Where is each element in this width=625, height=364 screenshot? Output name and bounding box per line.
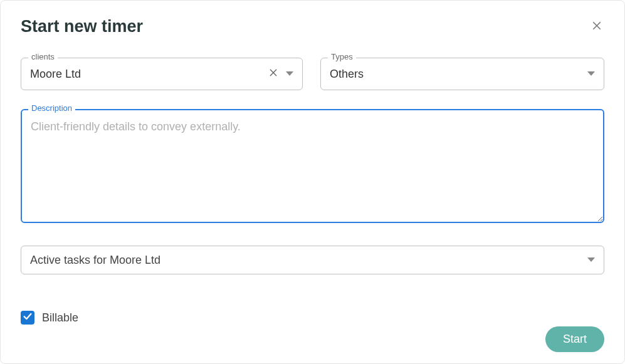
types-value: Others — [330, 68, 364, 81]
tasks-value: Active tasks for Moore Ltd — [30, 254, 160, 267]
clear-clients-button[interactable] — [268, 68, 278, 81]
close-button[interactable] — [589, 19, 604, 34]
chevron-down-icon — [587, 71, 595, 76]
billable-checkbox[interactable] — [21, 311, 34, 325]
fields-row: clients Moore Ltd Types Others — [21, 58, 604, 90]
types-select[interactable]: Others — [320, 58, 604, 90]
close-icon — [591, 20, 602, 34]
clients-select-icons — [268, 68, 293, 81]
modal-footer: Start — [545, 326, 604, 352]
clients-select[interactable]: Moore Ltd — [21, 58, 303, 90]
clients-field: clients Moore Ltd — [21, 58, 303, 90]
billable-label: Billable — [42, 311, 78, 325]
clients-value: Moore Ltd — [30, 68, 81, 81]
modal-title: Start new timer — [21, 17, 143, 36]
clients-label: clients — [28, 52, 58, 61]
description-field: Description — [21, 109, 604, 226]
tasks-select[interactable]: Active tasks for Moore Ltd — [21, 246, 604, 274]
billable-row: Billable — [21, 311, 604, 325]
chevron-down-icon — [587, 257, 595, 263]
types-field: Types Others — [320, 58, 604, 90]
description-input[interactable] — [21, 109, 604, 223]
chevron-down-icon — [286, 71, 293, 76]
start-timer-modal: Start new timer clients Moore Ltd — [0, 0, 625, 364]
clear-icon — [268, 68, 278, 81]
start-button[interactable]: Start — [545, 326, 604, 352]
types-label: Types — [328, 52, 356, 61]
modal-header: Start new timer — [21, 17, 604, 36]
check-icon — [23, 311, 33, 324]
description-label: Description — [28, 103, 75, 113]
